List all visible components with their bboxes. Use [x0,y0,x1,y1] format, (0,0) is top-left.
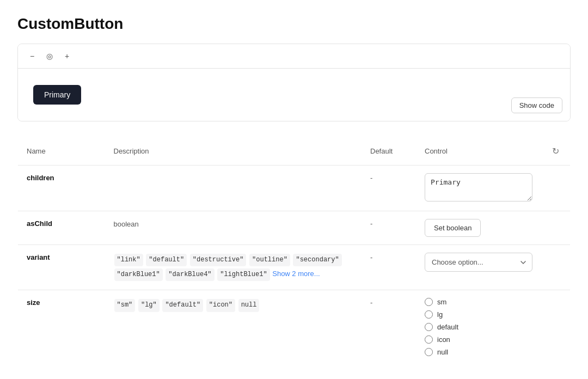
show-code-button[interactable]: Show code [511,97,562,113]
size-radio-input-icon[interactable] [425,335,433,344]
variant-tag-darkblue1: "darkBlue1" [114,268,163,281]
size-tag-sm: "sm" [114,299,136,311]
size-radio-input-sm[interactable] [425,298,433,306]
col-header-reset: ↻ [541,137,571,166]
table-row: variant "link" "default" "destructive" "… [18,245,571,290]
prop-name-size: size [27,298,40,307]
size-tag-null: null [238,299,260,311]
variant-tag-secondary: "secondary" [293,254,341,266]
size-radio-lg[interactable]: lg [425,310,532,319]
variant-tag-lightblue1: "lightBlue1" [217,268,270,281]
size-radio-label-icon: icon [437,335,450,344]
page-title: CustomButton [17,15,571,33]
preview-content: Primary Show code [18,69,570,121]
variant-tag-destructive: "destructive" [190,254,247,266]
variant-tag-outline: "outline" [249,254,290,266]
size-radio-input-null[interactable] [425,348,433,356]
zoom-fit-button[interactable]: ◎ [43,50,56,63]
variant-tag-darkblue4: "darkBlue4" [166,268,214,281]
props-table: Name Description Default Control ↻ child… [17,137,571,364]
size-radio-sm[interactable]: sm [425,298,532,306]
reset-all-button[interactable]: ↻ [550,144,561,158]
primary-preview-button[interactable]: Primary [33,85,81,105]
size-radio-label-default: default [437,323,458,331]
size-tag-default: "default" [162,299,203,311]
children-textarea[interactable]: Primary [425,173,532,201]
size-tag-icon: "icon" [206,299,235,311]
prop-default-aschild: - [370,219,372,228]
size-radio-input-default[interactable] [425,323,433,331]
prop-name-variant: variant [27,253,50,261]
preview-box: − ◎ + Primary Show code [17,44,571,121]
zoom-in-button[interactable]: + [60,50,74,63]
preview-toolbar: − ◎ + [18,44,570,69]
size-radio-default[interactable]: default [425,323,532,331]
prop-desc-size: "sm" "lg" "default" "icon" null [114,298,353,313]
size-tag-lg: "lg" [138,299,160,311]
prop-desc-aschild: boolean [114,220,139,228]
zoom-out-button[interactable]: − [26,50,39,63]
set-boolean-button[interactable]: Set boolean [425,219,481,237]
prop-default-children: - [370,174,372,182]
prop-desc-variant: "link" "default" "destructive" "outline"… [114,253,353,282]
variant-tag-default: "default" [146,254,187,266]
size-radio-icon[interactable]: icon [425,335,532,344]
size-radio-label-sm: sm [437,298,446,306]
col-header-description: Description [105,137,362,166]
col-header-control: Control [416,137,541,166]
prop-default-variant: - [370,253,372,261]
size-radio-label-null: null [437,348,448,356]
show-more-link[interactable]: Show 2 more... [272,270,320,278]
table-row: size "sm" "lg" "default" "icon" null - [18,290,571,364]
variant-tag-link: "link" [114,254,143,266]
col-header-name: Name [18,137,105,166]
size-radio-input-lg[interactable] [425,310,433,319]
prop-name-children: children [27,174,54,182]
prop-name-aschild: asChild [27,219,52,228]
prop-default-size: - [370,298,372,307]
table-row: asChild boolean - Set boolean [18,211,571,245]
size-radio-null[interactable]: null [425,348,532,356]
variant-select[interactable]: Choose option... link default destructiv… [425,253,532,272]
size-radio-group: sm lg default icon [425,298,532,356]
table-row: children - Primary [18,166,571,211]
size-radio-label-lg: lg [437,310,443,319]
col-header-default: Default [362,137,416,166]
